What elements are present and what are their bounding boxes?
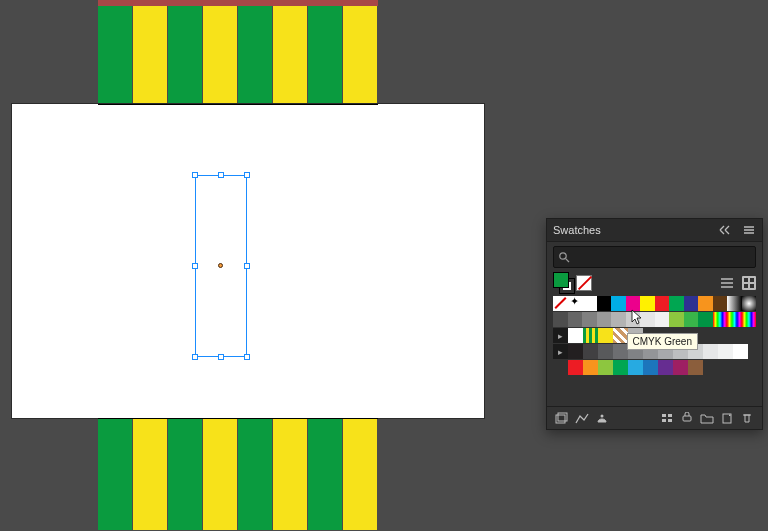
swatch[interactable] — [613, 360, 628, 375]
panel-tabbar: Swatches — [547, 219, 762, 242]
swatch[interactable] — [568, 328, 583, 343]
swatch[interactable] — [688, 344, 703, 359]
svg-point-8 — [601, 415, 604, 418]
swatch[interactable] — [742, 312, 757, 327]
swatch[interactable] — [626, 296, 641, 311]
svg-rect-3 — [750, 278, 754, 282]
color-group-icon[interactable]: ▸ — [553, 328, 568, 343]
swatch[interactable] — [568, 344, 583, 359]
swatch[interactable] — [727, 312, 742, 327]
swatch[interactable] — [727, 296, 742, 311]
svg-rect-13 — [683, 416, 691, 421]
swatch[interactable] — [628, 328, 643, 343]
swatch[interactable] — [611, 312, 626, 327]
swatch[interactable] — [583, 360, 598, 375]
current-fill[interactable] — [553, 272, 569, 288]
swatch[interactable] — [598, 360, 613, 375]
svg-rect-12 — [668, 419, 672, 422]
swatch[interactable] — [713, 296, 728, 311]
svg-rect-6 — [556, 415, 565, 423]
svg-rect-2 — [744, 278, 748, 282]
swatch[interactable] — [611, 296, 626, 311]
swatches-panel[interactable]: Swatches — [546, 218, 763, 430]
artboard-top-edge — [98, 104, 378, 105]
swatch[interactable] — [733, 344, 748, 359]
swatch[interactable] — [673, 360, 688, 375]
search-icon — [558, 251, 570, 263]
swatch[interactable] — [673, 344, 688, 359]
swatch[interactable] — [698, 312, 713, 327]
swatch[interactable] — [640, 296, 655, 311]
swatch[interactable] — [583, 328, 598, 343]
swatch[interactable] — [597, 312, 612, 327]
swatch[interactable] — [655, 312, 670, 327]
panel-footer — [547, 406, 762, 429]
swatch[interactable] — [643, 344, 658, 359]
swatch-grid[interactable]: ▸▸ — [547, 294, 762, 406]
swatch[interactable] — [626, 312, 641, 327]
swatch[interactable] — [713, 312, 728, 327]
swatch[interactable] — [742, 296, 757, 311]
swatch[interactable] — [598, 328, 613, 343]
new-color-group-icon[interactable] — [660, 411, 674, 425]
swatch-options-icon[interactable] — [595, 411, 609, 425]
swatch-libraries-menu-icon[interactable] — [555, 411, 569, 425]
svg-line-1 — [566, 259, 569, 262]
svg-point-0 — [560, 253, 566, 259]
link-icon[interactable] — [680, 411, 694, 425]
swatch[interactable] — [669, 296, 684, 311]
svg-rect-7 — [558, 413, 567, 421]
artboard[interactable] — [12, 104, 484, 418]
swatch[interactable] — [553, 312, 568, 327]
swatch[interactable] — [597, 296, 612, 311]
swatch[interactable] — [568, 360, 583, 375]
svg-rect-4 — [744, 284, 748, 288]
swatch[interactable] — [718, 344, 733, 359]
swatch[interactable] — [669, 312, 684, 327]
svg-rect-10 — [668, 414, 672, 417]
delete-swatch-icon[interactable] — [740, 411, 754, 425]
thumbnail-view-icon[interactable] — [742, 276, 756, 290]
list-view-icon[interactable] — [720, 276, 734, 290]
swatch[interactable] — [684, 296, 699, 311]
show-swatch-kinds-icon[interactable] — [575, 411, 589, 425]
none-swatch[interactable] — [576, 275, 592, 291]
swatch-search-input[interactable] — [574, 247, 755, 267]
swatch[interactable] — [553, 296, 568, 311]
fill-stroke-indicator[interactable] — [553, 272, 575, 294]
swatch[interactable] — [628, 360, 643, 375]
swatch[interactable] — [658, 360, 673, 375]
swatch[interactable] — [640, 312, 655, 327]
swatch[interactable] — [684, 312, 699, 327]
swatch[interactable] — [698, 296, 713, 311]
swatch[interactable] — [658, 344, 673, 359]
swatch[interactable] — [688, 360, 703, 375]
artboard-bottom-edge — [98, 418, 378, 419]
current-swatch-row — [547, 272, 762, 294]
swatch[interactable] — [598, 344, 613, 359]
color-group-icon[interactable]: ▸ — [553, 344, 568, 359]
svg-rect-11 — [662, 419, 666, 422]
swatch[interactable] — [613, 344, 628, 359]
swatch[interactable] — [582, 296, 597, 311]
swatch[interactable] — [703, 344, 718, 359]
swatch[interactable] — [628, 344, 643, 359]
swatch[interactable] — [583, 344, 598, 359]
panel-menu-icon[interactable] — [742, 223, 756, 237]
swatch-search[interactable] — [553, 246, 756, 268]
swatch[interactable] — [568, 296, 583, 311]
panel-title[interactable]: Swatches — [553, 224, 601, 236]
collapse-panel-icon[interactable] — [718, 223, 732, 237]
new-folder-icon[interactable] — [700, 411, 714, 425]
new-swatch-icon[interactable] — [720, 411, 734, 425]
swatch[interactable] — [613, 328, 628, 343]
swatch[interactable] — [568, 312, 583, 327]
swatch[interactable] — [582, 312, 597, 327]
swatch[interactable] — [643, 360, 658, 375]
swatch[interactable] — [655, 296, 670, 311]
svg-rect-9 — [662, 414, 666, 417]
svg-rect-5 — [750, 284, 754, 288]
